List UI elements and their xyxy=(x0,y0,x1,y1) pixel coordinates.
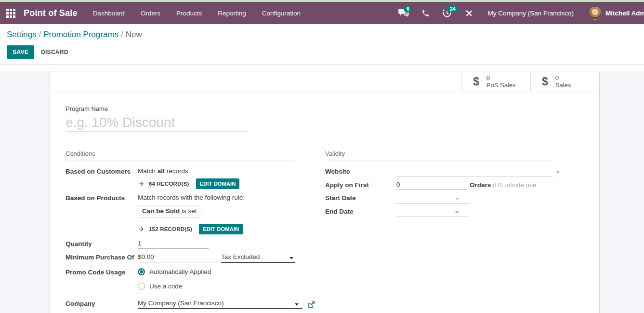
tax-mode-select[interactable]: Tax Excluded xyxy=(221,253,295,263)
crossed-tools-icon xyxy=(465,9,473,17)
breadcrumb-settings[interactable]: Settings xyxy=(7,30,36,39)
customers-match-text: Matchallrecords xyxy=(138,167,188,175)
website-label: Website xyxy=(325,167,396,175)
start-date-select[interactable] xyxy=(396,194,470,204)
end-date-select[interactable] xyxy=(396,207,470,217)
radio-automatically-applied[interactable] xyxy=(138,268,145,275)
stat-button-sales[interactable]: $ 0 Sales xyxy=(530,71,599,92)
user-avatar xyxy=(589,7,602,20)
customers-record-count-link[interactable]: 64 RECORD(S) xyxy=(149,181,189,187)
company-label: Company xyxy=(66,299,138,307)
breadcrumb-separator: / xyxy=(39,30,41,39)
company-external-link-icon[interactable] xyxy=(308,301,315,308)
based-on-products-label: Based on Products xyxy=(66,194,138,202)
user-name: Mitchell Adm xyxy=(605,10,644,17)
radio-use-a-code-label[interactable]: Use a code xyxy=(149,283,182,290)
nav-menu-reporting[interactable]: Reporting xyxy=(218,10,246,17)
breadcrumb: Settings/Promotion Programs/New xyxy=(7,30,637,40)
caret-down-icon xyxy=(556,171,560,174)
dollar-icon: $ xyxy=(473,75,479,88)
control-panel: Settings/Promotion Programs/New SAVE DIS… xyxy=(0,24,644,65)
phone-icon xyxy=(421,9,430,17)
pos-sales-value: 0 xyxy=(486,74,516,82)
website-select[interactable] xyxy=(396,167,553,177)
radio-automatically-applied-label[interactable]: Automatically Applied xyxy=(149,268,211,275)
nav-menus: Dashboard Orders Products Reporting Conf… xyxy=(93,10,301,17)
breadcrumb-promotion-programs[interactable]: Promotion Programs xyxy=(43,30,118,39)
caret-down-icon xyxy=(455,211,459,214)
pos-sales-label: PoS Sales xyxy=(486,82,516,89)
conditions-title: Conditions xyxy=(66,150,295,161)
activities-badge: 24 xyxy=(447,5,458,13)
dollar-icon: $ xyxy=(542,75,548,88)
quantity-input[interactable] xyxy=(138,240,209,249)
apply-on-first-input[interactable] xyxy=(396,181,467,190)
discard-button[interactable]: DISCARD xyxy=(41,49,68,55)
quantity-label: Quantity xyxy=(66,240,138,247)
messages-button[interactable]: 6 xyxy=(398,7,409,19)
messages-badge: 6 xyxy=(404,5,412,13)
caret-down-icon xyxy=(295,303,299,306)
content-area: $ 0 PoS Sales $ 0 Sales Program Name xyxy=(0,71,644,313)
program-name-label: Program Name xyxy=(66,105,599,112)
stat-button-pos-sales[interactable]: $ 0 PoS Sales xyxy=(461,71,530,92)
form-button-box: $ 0 PoS Sales $ 0 Sales xyxy=(50,71,599,92)
products-edit-domain-button[interactable]: EDIT DOMAIN xyxy=(199,224,243,234)
navbar-systray: 6 24 My Company xyxy=(398,7,644,20)
end-date-label: End Date xyxy=(325,207,396,215)
minimum-purchase-label: Minimum Purchase Of xyxy=(66,253,138,261)
caret-down-icon xyxy=(455,198,459,200)
promo-code-usage-label: Promo Code Usage xyxy=(66,268,138,276)
products-match-text: Match records with the following rule: xyxy=(138,194,245,201)
company-switcher[interactable]: My Company (San Francisco) xyxy=(487,10,574,17)
form-sheet: $ 0 PoS Sales $ 0 Sales Program Name xyxy=(50,71,600,313)
sales-label: Sales xyxy=(555,82,571,89)
breadcrumb-current: New xyxy=(126,30,142,39)
minimum-purchase-input[interactable] xyxy=(138,253,219,262)
sales-value: 0 xyxy=(555,74,571,82)
conditions-group: Conditions Based on Customers Matchallre… xyxy=(66,150,295,309)
save-button[interactable]: SAVE xyxy=(7,45,34,59)
validity-group: Validity Website Apply on First Ordersif… xyxy=(325,150,553,309)
radio-use-a-code[interactable] xyxy=(138,283,145,290)
company-select[interactable]: My Company (San Francisco) xyxy=(138,299,302,309)
form-body: Program Name Conditions Based on Custome… xyxy=(50,92,599,309)
activities-button[interactable]: 24 xyxy=(441,7,453,19)
main-navbar: Point of Sale Dashboard Orders Products … xyxy=(0,2,644,24)
apply-on-first-suffix: Ordersif 0, infinite use xyxy=(470,181,536,189)
program-name-field-wrap xyxy=(66,115,248,132)
customers-edit-domain-button[interactable]: EDIT DOMAIN xyxy=(196,178,240,189)
based-on-customers-label: Based on Customers xyxy=(66,167,138,175)
form-action-buttons: SAVE DISCARD xyxy=(7,45,637,59)
arrow-right-icon xyxy=(138,226,145,232)
nav-menu-orders[interactable]: Orders xyxy=(141,10,160,17)
caret-down-icon xyxy=(289,257,293,259)
app-title[interactable]: Point of Sale xyxy=(24,8,78,18)
start-date-label: Start Date xyxy=(325,194,396,202)
nav-menu-products[interactable]: Products xyxy=(176,10,202,17)
domain-rule-chip: Can be Soldis set xyxy=(138,205,201,218)
nav-menu-configuration[interactable]: Configuration xyxy=(262,10,301,17)
apply-on-first-label: Apply on First xyxy=(325,181,396,189)
user-menu[interactable]: Mitchell Adm xyxy=(584,7,644,20)
breadcrumb-separator: / xyxy=(121,30,123,39)
nav-menu-dashboard[interactable]: Dashboard xyxy=(93,10,125,17)
apps-menu-icon[interactable] xyxy=(6,8,15,18)
arrow-right-icon xyxy=(138,180,145,187)
products-record-count-link[interactable]: 152 RECORD(S) xyxy=(149,226,192,232)
program-name-input[interactable] xyxy=(66,115,248,130)
voip-button[interactable] xyxy=(420,7,431,19)
validity-title: Validity xyxy=(325,150,553,161)
tools-button[interactable] xyxy=(463,7,474,19)
